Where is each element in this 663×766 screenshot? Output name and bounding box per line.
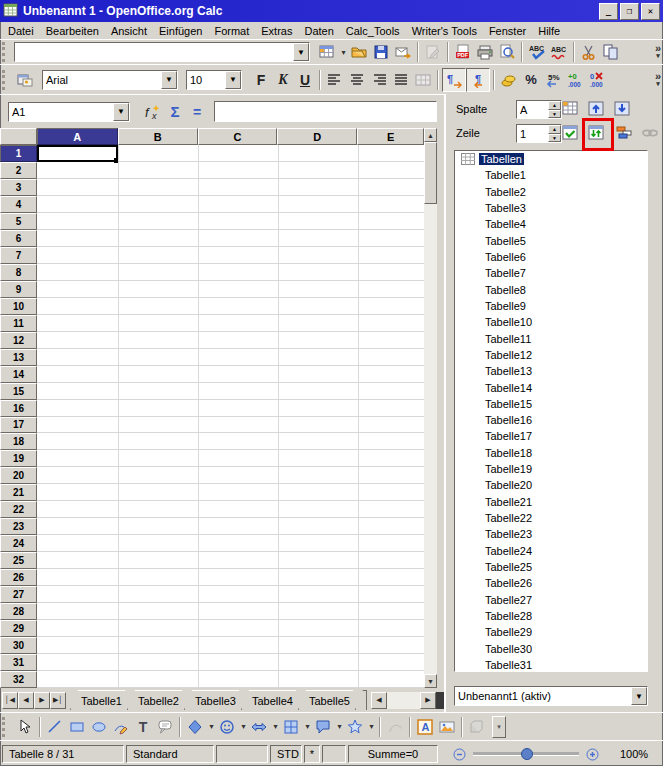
drag-mode-icon[interactable] <box>638 122 662 142</box>
tree-item-tabelle19[interactable]: Tabelle19 <box>455 461 647 477</box>
row-header-25[interactable]: 25 <box>0 552 37 569</box>
new-document-icon[interactable] <box>316 41 338 63</box>
row-header-17[interactable]: 17 <box>0 417 37 434</box>
align-right-icon[interactable] <box>368 69 390 91</box>
prev-sheet-icon[interactable]: ◀ <box>18 692 34 709</box>
row-header-7[interactable]: 7 <box>0 247 37 264</box>
tree-item-tabelle27[interactable]: Tabelle27 <box>455 591 647 607</box>
row-header-30[interactable]: 30 <box>0 637 37 654</box>
close-icon[interactable]: ✕ <box>641 3 660 20</box>
function-wizard-icon[interactable]: fx <box>142 101 164 123</box>
align-justify-icon[interactable] <box>390 69 412 91</box>
tree-item-tabelle2[interactable]: Tabelle2 <box>455 184 647 200</box>
row-header-12[interactable]: 12 <box>0 332 37 349</box>
tree-item-tabelle13[interactable]: Tabelle13 <box>455 363 647 379</box>
menu-daten[interactable]: Daten <box>298 24 339 38</box>
row-header-5[interactable]: 5 <box>0 213 37 230</box>
font-name-combobox[interactable]: Arial▼ <box>42 70 178 90</box>
tree-item-tabelle3[interactable]: Tabelle3 <box>455 200 647 216</box>
merge-cells-icon[interactable] <box>412 69 434 91</box>
tree-item-tabelle12[interactable]: Tabelle12 <box>455 347 647 363</box>
tree-root-tabellen[interactable]: Tabellen <box>455 151 647 167</box>
last-sheet-icon[interactable]: ▶│ <box>50 692 66 709</box>
pdf-export-icon[interactable]: PDF <box>452 41 474 63</box>
horizontal-scroll-track[interactable] <box>387 692 420 709</box>
text-tool-icon[interactable]: T <box>132 715 154 739</box>
select-all-corner[interactable] <box>0 128 37 145</box>
row-header-16[interactable]: 16 <box>0 400 37 417</box>
column-header-B[interactable]: B <box>118 128 198 145</box>
selection-mode-field[interactable]: STD <box>270 745 302 763</box>
menu-writer-s-tools[interactable]: Writer's Tools <box>406 24 483 38</box>
minimize-icon[interactable]: _ <box>599 3 618 20</box>
horizontal-scrollbar[interactable]: ◀ ▶ <box>371 692 444 709</box>
menu-ansicht[interactable]: Ansicht <box>105 24 153 38</box>
open-icon[interactable] <box>348 41 370 63</box>
cell-strip[interactable] <box>37 586 424 603</box>
sheet-tab-tabelle2[interactable]: Tabelle2 <box>127 690 190 710</box>
cell-strip[interactable] <box>37 247 424 264</box>
row-header-6[interactable]: 6 <box>0 230 37 247</box>
cell-strip[interactable] <box>37 450 424 467</box>
menu-bearbeiten[interactable]: Bearbeiten <box>40 24 105 38</box>
row-header-27[interactable]: 27 <box>0 586 37 603</box>
cell-strip[interactable] <box>37 671 424 688</box>
zoom-slider-thumb[interactable] <box>521 748 533 760</box>
name-box[interactable]: A1▼ <box>8 102 130 122</box>
toolbar-overflow-icon[interactable]: »▾ <box>655 44 661 60</box>
cell-strip[interactable] <box>37 552 424 569</box>
email-icon[interactable] <box>392 41 414 63</box>
delete-decimal-icon[interactable]: 0.000 <box>586 69 608 91</box>
basic-shapes-dropdown-icon[interactable]: ▾ <box>207 722 216 731</box>
sheet-tab-tabelle4[interactable]: Tabelle4 <box>241 690 304 710</box>
tree-item-tabelle30[interactable]: Tabelle30 <box>455 640 647 656</box>
row-header-18[interactable]: 18 <box>0 433 37 450</box>
menu-datei[interactable]: Datei <box>2 24 40 38</box>
copy-icon[interactable] <box>600 41 622 63</box>
sheet-tab-tabelle3[interactable]: Tabelle3 <box>184 690 247 710</box>
contents-icon[interactable] <box>558 122 582 142</box>
tree-item-tabelle18[interactable]: Tabelle18 <box>455 445 647 461</box>
scroll-up-icon[interactable]: ▲ <box>424 128 437 142</box>
tree-item-tabelle4[interactable]: Tabelle4 <box>455 216 647 232</box>
sum-field[interactable]: Summe=0 <box>348 745 438 763</box>
row-header-20[interactable]: 20 <box>0 467 37 484</box>
cell-strip[interactable] <box>37 230 424 247</box>
tree-item-tabelle26[interactable]: Tabelle26 <box>455 575 647 591</box>
row-spinner[interactable]: 1 ▲▼ <box>516 124 562 143</box>
tree-item-tabelle20[interactable]: Tabelle20 <box>455 477 647 493</box>
zoom-level-field[interactable]: 100% <box>610 745 658 763</box>
toolbar-grip[interactable] <box>2 42 10 62</box>
standard-format-icon[interactable]: 5% <box>542 69 564 91</box>
toolbar-grip[interactable] <box>2 70 10 90</box>
add-decimal-icon[interactable]: +0.000 <box>564 69 586 91</box>
row-header-2[interactable]: 2 <box>0 162 37 179</box>
input-line[interactable] <box>214 101 437 122</box>
cell-strip[interactable] <box>37 484 424 501</box>
next-sheet-icon[interactable]: ▶ <box>34 692 50 709</box>
row-header-8[interactable]: 8 <box>0 264 37 281</box>
first-sheet-icon[interactable]: │◀ <box>2 692 18 709</box>
block-arrows-icon[interactable] <box>248 715 270 739</box>
row-header-10[interactable]: 10 <box>0 298 37 315</box>
row-header-24[interactable]: 24 <box>0 535 37 552</box>
tree-item-tabelle8[interactable]: Tabelle8 <box>455 282 647 298</box>
vertical-scrollbar[interactable]: ▲ ▼ <box>424 128 437 688</box>
text-direction-ltr-icon[interactable]: ¶ <box>442 68 466 92</box>
tree-item-tabelle14[interactable]: Tabelle14 <box>455 379 647 395</box>
page-preview-icon[interactable] <box>496 41 518 63</box>
cell-strip[interactable] <box>37 281 424 298</box>
dropdown-icon[interactable]: ▼ <box>113 103 129 121</box>
row-header-9[interactable]: 9 <box>0 281 37 298</box>
menu-calc-tools[interactable]: Calc_Tools <box>340 24 406 38</box>
callouts-dropdown-icon[interactable]: ▾ <box>335 722 344 731</box>
font-size-combobox[interactable]: 10▼ <box>186 70 242 90</box>
tree-item-tabelle21[interactable]: Tabelle21 <box>455 494 647 510</box>
scroll-down-icon[interactable]: ▼ <box>424 674 437 688</box>
cell-strip[interactable] <box>37 332 424 349</box>
sheet-tab-tabelle5[interactable]: Tabelle5 <box>298 690 361 710</box>
tree-item-tabelle5[interactable]: Tabelle5 <box>455 233 647 249</box>
callout-tool-icon[interactable] <box>154 715 176 739</box>
tree-item-tabelle25[interactable]: Tabelle25 <box>455 559 647 575</box>
flowchart-dropdown-icon[interactable]: ▾ <box>303 722 312 731</box>
